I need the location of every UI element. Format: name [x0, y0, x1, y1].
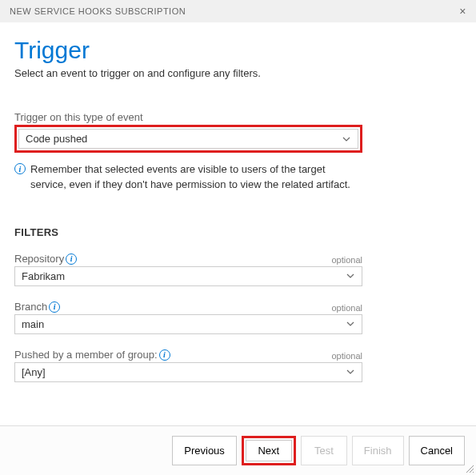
branch-select[interactable]: main — [14, 314, 362, 334]
close-icon[interactable]: × — [459, 5, 466, 18]
event-type-highlight: Code pushed — [14, 125, 362, 153]
branch-optional: optional — [331, 303, 362, 313]
next-button-highlight: Next — [242, 436, 296, 465]
event-info-row: i Remember that selected events are visi… — [14, 162, 362, 193]
branch-label: Branch i — [14, 301, 60, 313]
group-value: [Any] — [22, 366, 46, 378]
info-icon[interactable]: i — [159, 349, 170, 361]
event-type-value: Code pushed — [26, 133, 87, 145]
group-label: Pushed by a member of group: i — [14, 349, 170, 361]
repository-value: Fabrikam — [22, 270, 65, 282]
filter-group: Pushed by a member of group: i optional … — [14, 349, 362, 382]
filter-branch: Branch i optional main — [14, 301, 362, 334]
page-title: Trigger — [14, 37, 462, 64]
info-icon[interactable]: i — [49, 301, 60, 313]
event-type-select[interactable]: Code pushed — [18, 129, 358, 149]
filter-repository: Repository i optional Fabrikam — [14, 253, 362, 286]
chevron-down-icon — [342, 134, 351, 144]
test-button: Test — [301, 436, 347, 465]
dialog-content: Trigger Select an event to trigger on an… — [0, 22, 476, 382]
filters-title: FILTERS — [14, 226, 462, 238]
dialog-header: NEW SERVICE HOOKS SUBSCRIPTION × — [0, 0, 476, 22]
group-optional: optional — [331, 351, 362, 361]
cancel-button[interactable]: Cancel — [409, 436, 465, 465]
group-select[interactable]: [Any] — [14, 362, 362, 382]
info-icon: i — [14, 163, 26, 174]
finish-button: Finish — [352, 436, 404, 465]
resize-grip-icon — [465, 464, 474, 473]
dialog-footer: Previous Next Test Finish Cancel — [0, 425, 476, 475]
svg-line-0 — [466, 465, 474, 473]
dialog-title: NEW SERVICE HOOKS SUBSCRIPTION — [10, 6, 186, 16]
branch-value: main — [22, 318, 44, 330]
chevron-down-icon — [346, 367, 355, 377]
event-type-label: Trigger on this type of event — [14, 111, 462, 123]
chevron-down-icon — [346, 319, 355, 329]
repository-select[interactable]: Fabrikam — [14, 266, 362, 286]
event-info-text: Remember that selected events are visibl… — [30, 162, 362, 193]
repository-optional: optional — [331, 255, 362, 265]
svg-line-2 — [473, 472, 474, 473]
chevron-down-icon — [346, 271, 355, 281]
previous-button[interactable]: Previous — [172, 436, 237, 465]
next-button[interactable]: Next — [246, 440, 292, 461]
info-icon[interactable]: i — [66, 253, 77, 265]
svg-line-1 — [470, 469, 474, 473]
page-subtitle: Select an event to trigger on and config… — [14, 67, 462, 79]
repository-label: Repository i — [14, 253, 77, 265]
